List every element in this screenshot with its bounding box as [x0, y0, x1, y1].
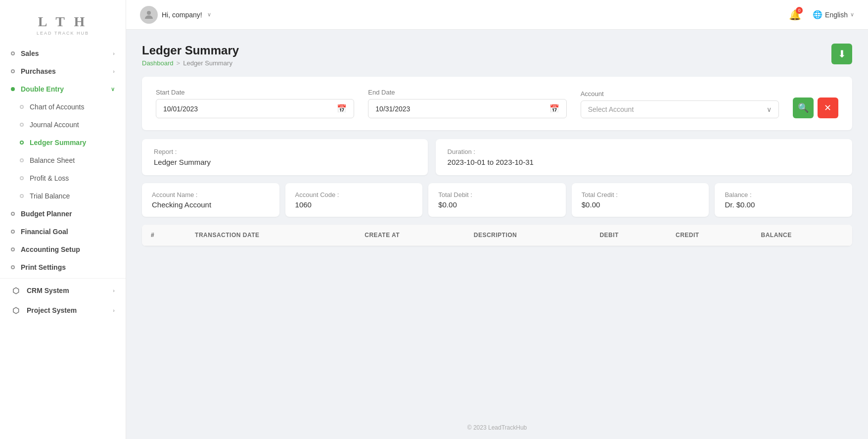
report-label: Report :: [154, 148, 416, 155]
sidebar-label-trial-balance: Trial Balance: [30, 192, 70, 200]
logo-letters: L T H: [38, 14, 88, 30]
chevron-right-icon: ›: [113, 68, 115, 74]
ledger-table: # TRANSACTION DATE CREATE AT DESCRIPTION…: [142, 225, 852, 246]
sidebar-dot: [20, 176, 24, 180]
user-menu[interactable]: Hi, company! ∨: [140, 6, 211, 24]
account-name-card: Account Name : Checking Account: [142, 183, 279, 217]
account-placeholder: Select Account: [588, 105, 634, 113]
sidebar-item-trial-balance[interactable]: Trial Balance: [0, 187, 126, 205]
col-debit: DEBIT: [591, 225, 667, 246]
sidebar-dot: [11, 51, 15, 55]
page-title: Ledger Summary: [142, 44, 239, 57]
download-icon: ⬇: [838, 48, 846, 60]
breadcrumb-home[interactable]: Dashboard: [142, 59, 174, 67]
topbar: Hi, company! ∨ 🔔 0 🌐 English ∨: [126, 0, 868, 30]
sidebar-dot: [11, 265, 15, 269]
sidebar-item-financial-goal[interactable]: Financial Goal: [0, 223, 126, 241]
col-create-at: CREATE AT: [356, 225, 465, 246]
logo-tagline: LEAD TRACK HUB: [37, 31, 89, 36]
sidebar-dot: [11, 247, 15, 251]
sidebar-item-balance-sheet[interactable]: Balance Sheet: [0, 151, 126, 169]
calendar-icon: 📅: [549, 104, 559, 113]
account-code-value: 1060: [295, 200, 413, 209]
duration-card: Duration : 2023-10-01 to 2023-10-31: [436, 139, 852, 175]
globe-icon: 🌐: [813, 10, 822, 19]
col-credit: CREDIT: [667, 225, 752, 246]
clear-button[interactable]: ✕: [818, 98, 838, 118]
language-selector[interactable]: 🌐 English ∨: [813, 10, 854, 19]
sidebar-dot: [20, 194, 24, 198]
breadcrumb: Dashboard > Ledger Summary: [142, 59, 239, 67]
sidebar-item-journal-account[interactable]: Journal Account: [0, 116, 126, 134]
sidebar-item-profit-loss[interactable]: Profit & Loss: [0, 169, 126, 187]
search-button[interactable]: 🔍: [793, 98, 814, 118]
start-date-value: 10/01/2023: [163, 105, 198, 113]
sidebar-label-print-settings: Print Settings: [21, 263, 66, 271]
sidebar-dot: [11, 69, 15, 73]
sidebar-label-ledger-summary: Ledger Summary: [30, 139, 86, 146]
chevron-down-icon: ∨: [111, 86, 115, 93]
sidebar-item-ledger-summary[interactable]: Ledger Summary: [0, 134, 126, 151]
sidebar-item-double-entry[interactable]: Double Entry ∨: [0, 80, 126, 98]
sidebar-label-double-entry: Double Entry: [21, 85, 64, 93]
search-icon: 🔍: [798, 102, 809, 113]
end-date-value: 10/31/2023: [375, 105, 410, 113]
breadcrumb-separator: >: [177, 59, 181, 67]
total-credit-card: Total Credit : $0.00: [572, 183, 709, 217]
sidebar-item-crm-system[interactable]: ⬡ CRM System ›: [0, 281, 126, 300]
account-name-value: Checking Account: [152, 200, 270, 209]
start-date-group: Start Date 10/01/2023 📅: [156, 89, 354, 118]
filter-actions: 🔍 ✕: [793, 98, 838, 118]
account-stats-row: Account Name : Checking Account Account …: [142, 183, 852, 217]
sidebar-dot: [11, 230, 15, 234]
download-button[interactable]: ⬇: [831, 44, 852, 64]
filter-card: Start Date 10/01/2023 📅 End Date 10/31/2…: [142, 77, 852, 130]
sidebar-item-chart-of-accounts[interactable]: Chart of Accounts: [0, 98, 126, 116]
sidebar-item-budget-planner[interactable]: Budget Planner: [0, 205, 126, 223]
start-date-label: Start Date: [156, 89, 354, 96]
svg-point-0: [147, 11, 151, 15]
calendar-icon: 📅: [337, 104, 347, 113]
start-date-input[interactable]: 10/01/2023 📅: [156, 99, 354, 118]
sidebar-dot: [20, 105, 24, 109]
sidebar-item-accounting-setup[interactable]: Accounting Setup: [0, 241, 126, 258]
total-credit-label: Total Credit :: [582, 191, 699, 198]
report-name-card: Report : Ledger Summary: [142, 139, 428, 175]
sidebar-label-financial-goal: Financial Goal: [21, 228, 68, 236]
sidebar-label-accounting-setup: Accounting Setup: [21, 245, 80, 253]
account-name-label: Account Name :: [152, 191, 270, 198]
clear-icon: ✕: [824, 102, 831, 113]
end-date-input[interactable]: 10/31/2023 📅: [368, 99, 566, 118]
sidebar-logo: L T H LEAD TRACK HUB: [0, 5, 126, 45]
col-transaction-date: TRANSACTION DATE: [186, 225, 356, 246]
sidebar-label-purchases: Purchases: [21, 67, 56, 75]
language-label: English: [825, 11, 848, 19]
account-code-card: Account Code : 1060: [285, 183, 423, 217]
data-table-card: # TRANSACTION DATE CREATE AT DESCRIPTION…: [142, 225, 852, 246]
total-debit-value: $0.00: [438, 200, 556, 209]
topbar-actions: 🔔 0 🌐 English ∨: [786, 6, 854, 24]
balance-card: Balance : Dr. $0.00: [715, 183, 852, 217]
sidebar-label-balance-sheet: Balance Sheet: [30, 156, 75, 164]
account-group: Account Select Account ∨: [581, 90, 779, 118]
footer-text: © 2023 LeadTrackHub: [467, 424, 527, 431]
account-select[interactable]: Select Account ∨: [581, 100, 779, 118]
account-label: Account: [581, 90, 779, 98]
table-header: # TRANSACTION DATE CREATE AT DESCRIPTION…: [142, 225, 852, 246]
sidebar-item-purchases[interactable]: Purchases ›: [0, 62, 126, 80]
sidebar-label-profit-loss: Profit & Loss: [30, 174, 69, 182]
notification-badge: 0: [796, 7, 803, 14]
sidebar-label-crm-system: CRM System: [27, 287, 69, 294]
sidebar-dot: [20, 141, 24, 145]
sidebar-label-sales: Sales: [21, 49, 39, 57]
crm-icon: ⬡: [11, 286, 21, 295]
sidebar-dot: [20, 158, 24, 162]
sidebar-item-project-system[interactable]: ⬡ Project System ›: [0, 300, 126, 320]
sidebar-item-print-settings[interactable]: Print Settings: [0, 258, 126, 276]
sidebar-item-sales[interactable]: Sales ›: [0, 45, 126, 62]
footer: © 2023 LeadTrackHub: [126, 416, 868, 439]
end-date-group: End Date 10/31/2023 📅: [368, 89, 566, 118]
notification-button[interactable]: 🔔 0: [786, 6, 804, 24]
account-code-label: Account Code :: [295, 191, 413, 198]
sidebar-label-budget-planner: Budget Planner: [21, 210, 72, 218]
